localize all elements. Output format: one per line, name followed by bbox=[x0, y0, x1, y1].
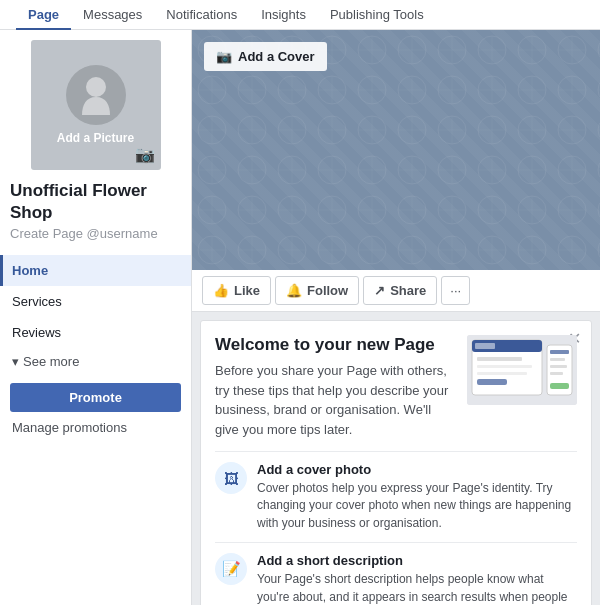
sidebar: Add a Picture 📷 Unofficial Flower Shop C… bbox=[0, 30, 192, 605]
share-button[interactable]: ↗ Share bbox=[363, 276, 437, 305]
main-content: 📷 Add a Cover 👍 Like 🔔 Follow ↗ Share ··… bbox=[192, 30, 600, 605]
tab-insights[interactable]: Insights bbox=[249, 1, 318, 30]
svg-point-0 bbox=[86, 77, 106, 97]
page-info: Unofficial Flower Shop Create Page @user… bbox=[0, 180, 191, 249]
welcome-header: Welcome to your new Page Before you shar… bbox=[215, 335, 577, 439]
see-more-label: See more bbox=[23, 354, 79, 369]
tip-item-description: 📝 Add a short description Your Page's sh… bbox=[215, 542, 577, 605]
svg-rect-17 bbox=[550, 372, 563, 375]
add-cover-label: Add a Cover bbox=[238, 49, 315, 64]
welcome-description: Before you share your Page with others, … bbox=[215, 361, 457, 439]
welcome-illustration bbox=[467, 335, 577, 405]
page-layout: Add a Picture 📷 Unofficial Flower Shop C… bbox=[0, 30, 600, 605]
tip-cover-icon: 🖼 bbox=[215, 462, 247, 494]
welcome-card: ✕ Welcome to your new Page Before you sh… bbox=[200, 320, 592, 605]
svg-rect-18 bbox=[550, 383, 569, 389]
svg-rect-9 bbox=[477, 357, 522, 361]
camera-icon: 📷 bbox=[135, 145, 155, 164]
svg-rect-8 bbox=[475, 343, 495, 349]
tip-item-cover-photo: 🖼 Add a cover photo Cover photos help yo… bbox=[215, 451, 577, 542]
tip-description-title: Add a short description bbox=[257, 553, 577, 568]
tips-list: 🖼 Add a cover photo Cover photos help yo… bbox=[215, 451, 577, 605]
tip-description-text: Your Page's short description helps peop… bbox=[257, 571, 577, 605]
follow-icon: 🔔 bbox=[286, 283, 302, 298]
sidebar-nav: Home Services Reviews ▾ See more bbox=[0, 255, 191, 375]
camera-small-icon: 📷 bbox=[216, 49, 232, 64]
svg-rect-10 bbox=[477, 365, 532, 368]
follow-button[interactable]: 🔔 Follow bbox=[275, 276, 359, 305]
svg-rect-15 bbox=[550, 358, 565, 361]
tip-cover-content: Add a cover photo Cover photos help you … bbox=[257, 462, 577, 532]
tab-publishing-tools[interactable]: Publishing Tools bbox=[318, 1, 436, 30]
follow-label: Follow bbox=[307, 283, 348, 298]
svg-rect-14 bbox=[550, 350, 569, 354]
tip-description-content: Add a short description Your Page's shor… bbox=[257, 553, 577, 605]
chevron-down-icon: ▾ bbox=[12, 354, 19, 369]
like-button[interactable]: 👍 Like bbox=[202, 276, 271, 305]
top-navigation: Page Messages Notifications Insights Pub… bbox=[0, 0, 600, 30]
tip-cover-description: Cover photos help you express your Page'… bbox=[257, 480, 577, 532]
share-icon: ↗ bbox=[374, 283, 385, 298]
welcome-title: Welcome to your new Page bbox=[215, 335, 457, 355]
page-username[interactable]: Create Page @username bbox=[10, 226, 181, 241]
svg-rect-11 bbox=[477, 372, 527, 375]
add-picture-label: Add a Picture bbox=[57, 131, 134, 145]
illustration-svg bbox=[467, 335, 577, 405]
like-icon: 👍 bbox=[213, 283, 229, 298]
sidebar-item-reviews[interactable]: Reviews bbox=[0, 317, 191, 348]
see-more-nav[interactable]: ▾ See more bbox=[0, 348, 191, 375]
action-bar: 👍 Like 🔔 Follow ↗ Share ··· bbox=[192, 270, 600, 312]
promote-button[interactable]: Promote bbox=[10, 383, 181, 412]
page-name: Unofficial Flower Shop bbox=[10, 180, 181, 224]
sidebar-item-services[interactable]: Services bbox=[0, 286, 191, 317]
manage-promotions-link[interactable]: Manage promotions bbox=[0, 416, 191, 439]
profile-placeholder-icon bbox=[66, 65, 126, 125]
profile-pic-area: Add a Picture 📷 bbox=[0, 30, 191, 180]
tab-messages[interactable]: Messages bbox=[71, 1, 154, 30]
svg-rect-12 bbox=[477, 379, 507, 385]
more-button[interactable]: ··· bbox=[441, 276, 470, 305]
like-label: Like bbox=[234, 283, 260, 298]
share-label: Share bbox=[390, 283, 426, 298]
tip-cover-title: Add a cover photo bbox=[257, 462, 577, 477]
tab-notifications[interactable]: Notifications bbox=[154, 1, 249, 30]
tab-page[interactable]: Page bbox=[16, 1, 71, 30]
add-cover-button[interactable]: 📷 Add a Cover bbox=[204, 42, 327, 71]
tip-description-icon: 📝 bbox=[215, 553, 247, 585]
cover-photo-area: 📷 Add a Cover bbox=[192, 30, 600, 270]
profile-pic-upload[interactable]: Add a Picture 📷 bbox=[31, 40, 161, 170]
sidebar-item-home[interactable]: Home bbox=[0, 255, 191, 286]
welcome-text: Welcome to your new Page Before you shar… bbox=[215, 335, 457, 439]
svg-rect-16 bbox=[550, 365, 567, 368]
